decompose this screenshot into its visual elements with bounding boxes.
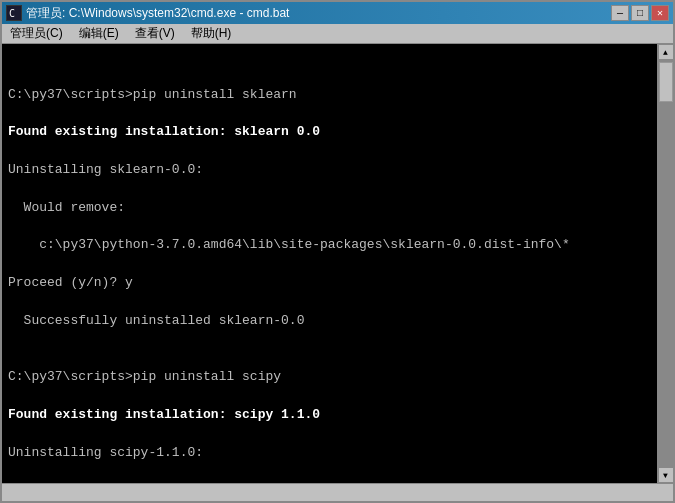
title-text: 管理员: C:\Windows\system32\cmd.exe - cmd.b…: [26, 5, 289, 22]
menu-item-edit[interactable]: 编辑(E): [75, 25, 123, 42]
terminal-content[interactable]: C:\py37\scripts>pip uninstall sklearn Fo…: [2, 44, 657, 483]
cmd-window: C 管理员: C:\Windows\system32\cmd.exe - cmd…: [0, 0, 675, 503]
terminal-line: C:\py37\scripts>pip uninstall sklearn: [8, 86, 651, 105]
scrollbar[interactable]: ▲ ▼: [657, 44, 673, 483]
terminal-line: Uninstalling scipy-1.1.0:: [8, 444, 651, 463]
scroll-down-button[interactable]: ▼: [658, 467, 674, 483]
scrollbar-thumb[interactable]: [659, 62, 673, 102]
terminal-line: c:\py37\python-3.7.0.amd64\lib\site-pack…: [8, 236, 651, 255]
svg-text:C: C: [9, 8, 15, 19]
scrollbar-track[interactable]: [658, 60, 673, 467]
menu-item-help[interactable]: 帮助(H): [187, 25, 236, 42]
terminal-line: Proceed (y/n)? y: [8, 274, 651, 293]
minimize-button[interactable]: —: [611, 5, 629, 21]
cmd-icon: C: [6, 5, 22, 21]
scroll-up-button[interactable]: ▲: [658, 44, 674, 60]
menu-item-view[interactable]: 查看(V): [131, 25, 179, 42]
terminal-line: Found existing installation: scipy 1.1.0: [8, 406, 651, 425]
close-button[interactable]: ✕: [651, 5, 669, 21]
menu-bar: 管理员(C) 编辑(E) 查看(V) 帮助(H): [2, 24, 673, 44]
terminal-line: Successfully uninstalled sklearn-0.0: [8, 312, 651, 331]
status-bar: [2, 483, 673, 501]
maximize-button[interactable]: □: [631, 5, 649, 21]
terminal-line: C:\py37\scripts>pip uninstall scipy: [8, 368, 651, 387]
terminal-wrapper: C:\py37\scripts>pip uninstall sklearn Fo…: [2, 44, 673, 483]
terminal-line: Uninstalling sklearn-0.0:: [8, 161, 651, 180]
menu-item-admin[interactable]: 管理员(C): [6, 25, 67, 42]
terminal-line: Found existing installation: sklearn 0.0: [8, 123, 651, 142]
title-bar-left: C 管理员: C:\Windows\system32\cmd.exe - cmd…: [6, 5, 289, 22]
terminal-line: Would remove:: [8, 199, 651, 218]
title-buttons: — □ ✕: [611, 5, 669, 21]
title-bar: C 管理员: C:\Windows\system32\cmd.exe - cmd…: [2, 2, 673, 24]
